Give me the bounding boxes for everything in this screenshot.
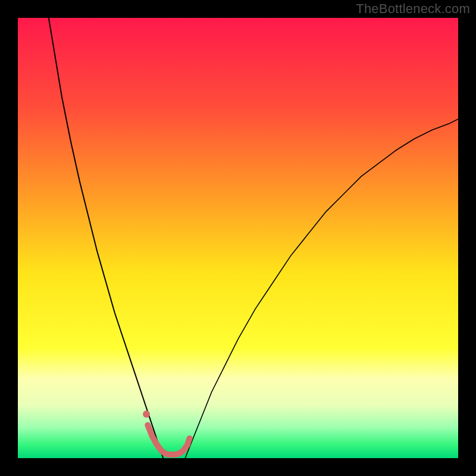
chart-frame: TheBottleneck.com [0,0,476,476]
bottleneck-chart [18,18,458,458]
marker-dot [143,411,150,418]
plot-area [18,18,458,458]
watermark-label: TheBottleneck.com [356,1,470,17]
gradient-background [18,18,458,458]
